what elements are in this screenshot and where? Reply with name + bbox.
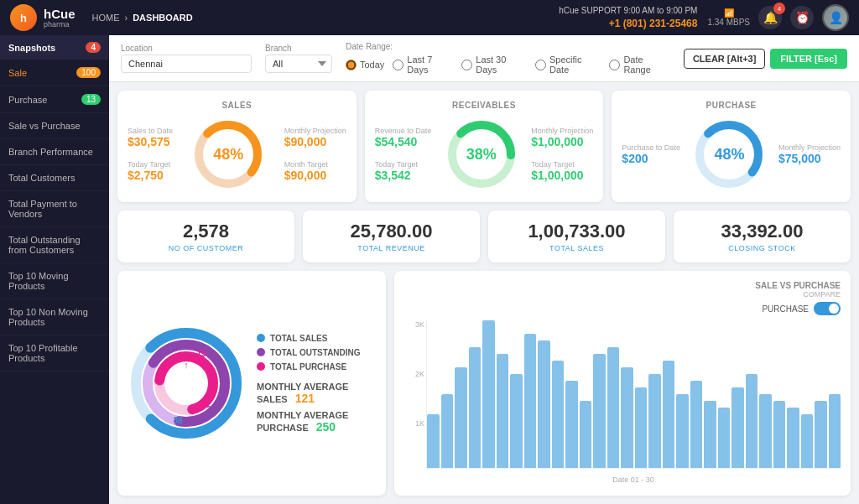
bar-item [565, 381, 578, 468]
sidebar-item-payment-vendors[interactable]: Total Payment to Vendors [0, 191, 109, 227]
summary-stock: 33,392.00 CLOSING STOCK [674, 210, 851, 262]
avg-purchase-value: 250 [316, 420, 336, 434]
revenue-to-date-value: $54,540 [375, 135, 432, 148]
bar-item [469, 347, 482, 468]
sales-to-date-group: Sales to Date $30,575 [128, 127, 173, 148]
avg-sales-stat: MONTHLY AVERAGE SALES 121 [257, 382, 376, 405]
radio-date-range[interactable]: Date Range [609, 55, 670, 75]
bottom-row: 38 21 15 → » ↑ [117, 271, 851, 496]
sales-month-target-value: $90,000 [284, 169, 346, 182]
cards-row: SALES Sales to Date $30,575 Today Target… [117, 91, 851, 202]
receivables-month-target-value: $1,00,000 [531, 169, 593, 182]
purchase-card-title: PURCHASE [622, 101, 841, 110]
svg-text:21: 21 [206, 405, 216, 414]
sales-month-target-group: Month Target $90,000 [284, 160, 346, 182]
receivables-month-target-label: Today Target [531, 160, 593, 169]
sidebar-item-purchase[interactable]: Purchase 13 [0, 86, 109, 113]
receivables-monthly-value: $1,00,000 [531, 135, 593, 148]
bar-item [607, 347, 620, 468]
filter-button[interactable]: FILTER [Esc] [770, 49, 847, 69]
sidebar-section-badge: 4 [86, 42, 101, 53]
clear-button[interactable]: CLEAR [Alt+3] [684, 49, 765, 69]
location-filter: Location [121, 44, 252, 73]
radio-specific-date[interactable]: Specific Date [535, 55, 601, 75]
radio-last30[interactable]: Last 30 Days [461, 55, 527, 75]
breadcrumb-separator: › [125, 13, 128, 23]
branch-label: Branch [265, 44, 332, 53]
location-input[interactable] [121, 55, 252, 73]
multi-donut-chart: 38 21 15 → » ↑ [128, 325, 245, 442]
sidebar-item-sale-vs-purchase[interactable]: Sale vs Purchase [0, 113, 109, 139]
breadcrumb: HOME › DASHBOARD [92, 13, 193, 23]
sidebar-item-top10-moving[interactable]: Top 10 Moving Products [0, 263, 109, 299]
topnav-right: hCue SUPPORT 9:00 AM to 9:00 PM +1 (801)… [559, 4, 849, 31]
sidebar-item-branch-performance[interactable]: Branch Performance [0, 139, 109, 165]
bar-item [746, 374, 758, 468]
bar-item [455, 367, 467, 468]
y-axis-labels: 3K 2K 1K [404, 320, 424, 469]
purchase-toggle[interactable] [814, 302, 841, 315]
bar-item [690, 381, 703, 468]
purchase-to-date-label: Purchase to Date [622, 143, 680, 152]
location-label: Location [121, 44, 252, 53]
avatar-image: 👤 [824, 6, 847, 29]
total-sales-value: 1,00,733.00 [502, 221, 652, 242]
sales-today-target-value: $2,750 [128, 169, 173, 182]
sidebar-item-total-customers[interactable]: Total Customers [0, 165, 109, 191]
sales-card: SALES Sales to Date $30,575 Today Target… [117, 91, 357, 202]
purchase-to-date-group: Purchase to Date $200 [622, 143, 680, 165]
bar-chart-header: SALE VS PURCHASE COMPARE PURCHASE [404, 281, 841, 315]
sidebar-item-outstanding-customers[interactable]: Total Outstanding from Customers [0, 227, 109, 263]
revenue-to-date-label: Revenue to Date [375, 127, 432, 135]
bar-item [427, 414, 440, 468]
logo: h hCue pharma [10, 4, 75, 31]
receivables-card-inner: Revenue to Date $54,540 Today Target $3,… [375, 117, 594, 192]
avatar[interactable]: 👤 [822, 4, 849, 31]
filter-actions: CLEAR [Alt+3] FILTER [Esc] [684, 49, 847, 69]
purchase-monthly-group: Monthly Projection $75,000 [778, 143, 841, 165]
radio-today[interactable]: Today [346, 60, 384, 70]
logo-text: hCue [44, 8, 75, 20]
revenue-value: 25,780.00 [316, 221, 466, 242]
avg-sales-value: 121 [295, 392, 315, 405]
receivables-month-target-group: Today Target $1,00,000 [531, 160, 593, 182]
bar-item [718, 408, 731, 468]
main-content: Location Branch All Date Range: Today [109, 35, 859, 504]
bar-item [441, 394, 454, 468]
branch-select[interactable]: All [265, 55, 332, 73]
sidebar-item-top10-profitable[interactable]: Top 10 Profitable Products [0, 335, 109, 372]
avg-purchase-stat: MONTHLY AVERAGE PURCHASE 250 [257, 410, 376, 434]
receivables-donut-label: 38% [466, 146, 497, 164]
logo-sub: pharma [44, 20, 75, 29]
radio-last7[interactable]: Last 7 Days [393, 55, 453, 75]
stock-value: 33,392.00 [687, 221, 837, 242]
purchase-to-date-value: $200 [622, 152, 680, 165]
receivables-card-title: RECEIVABLES [375, 101, 594, 110]
multi-donut-svg: 38 21 15 → » ↑ [128, 325, 245, 442]
bell-icon-btn[interactable]: 🔔 4 [758, 6, 782, 29]
legend-dot-purchase [257, 362, 265, 371]
filter-bar: Location Branch All Date Range: Today [109, 35, 859, 82]
legend-total-outstanding: TOTAL OUTSTANDING [257, 348, 376, 357]
chart-legend: TOTAL SALES TOTAL OUTSTANDING TOTAL PURC… [257, 334, 376, 372]
sales-monthly-projection-group: Monthly Projection $90,000 [284, 127, 346, 148]
sales-card-inner: Sales to Date $30,575 Today Target $2,75… [128, 117, 346, 192]
sidebar: Snapshots 4 Sale 100 Purchase 13 Sale vs… [0, 35, 109, 504]
sidebar-item-top10-nonmoving[interactable]: Top 10 Non Moving Products [0, 299, 109, 335]
bar-chart-container: 3K 2K 1K Date 01 - 30 [404, 320, 841, 486]
svg-text:↑: ↑ [184, 360, 189, 370]
legend-total-purchase: TOTAL PURCHASE [257, 362, 376, 372]
sales-monthly-value: $90,000 [284, 135, 346, 148]
summary-row: 2,578 NO OF CUSTOMER 25,780.00 TOTAL REV… [117, 210, 851, 262]
breadcrumb-home[interactable]: HOME [92, 13, 120, 23]
sales-to-date-value: $30,575 [128, 135, 173, 148]
breadcrumb-current: DASHBOARD [133, 13, 193, 23]
summary-revenue: 25,780.00 TOTAL REVENUE [303, 210, 480, 262]
alarm-icon-btn[interactable]: ⏰ [790, 6, 814, 29]
topnav: h hCue pharma HOME › DASHBOARD hCue SUPP… [0, 0, 859, 35]
date-range-label: Date Range: [346, 42, 670, 51]
sidebar-item-sale[interactable]: Sale 100 [0, 60, 109, 86]
toggle-label: PURCHASE [762, 304, 809, 314]
bar-item [524, 334, 537, 468]
purchase-stat-left: Purchase to Date $200 [622, 143, 680, 165]
